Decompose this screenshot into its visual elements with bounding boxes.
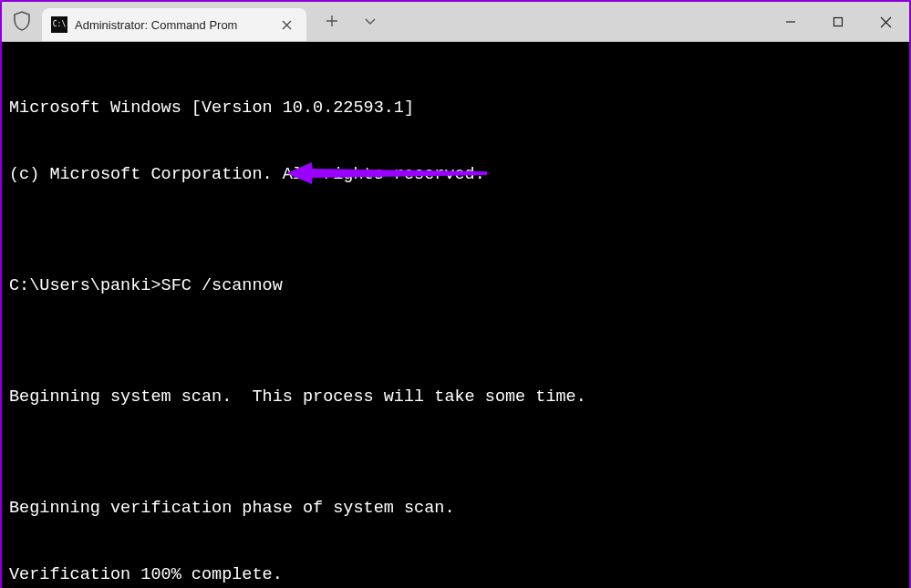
active-tab[interactable]: C:\ Administrator: Command Prom bbox=[42, 8, 306, 41]
app-shield-icon bbox=[2, 1, 42, 41]
window-controls bbox=[767, 2, 909, 42]
terminal-output[interactable]: Microsoft Windows [Version 10.0.22593.1]… bbox=[2, 42, 909, 588]
terminal-line: C:\Users\panki>SFC /scannow bbox=[9, 275, 902, 297]
new-tab-button[interactable] bbox=[321, 10, 343, 32]
tab-strip-controls bbox=[306, 1, 381, 41]
tab-title: Administrator: Command Prom bbox=[75, 18, 237, 32]
close-window-button[interactable] bbox=[862, 2, 909, 42]
maximize-button[interactable] bbox=[814, 2, 862, 42]
titlebar: C:\ Administrator: Command Prom bbox=[2, 2, 909, 42]
cmd-icon: C:\ bbox=[51, 16, 67, 33]
tab-overflow-button[interactable] bbox=[359, 10, 381, 32]
terminal-line: Beginning system scan. This process will… bbox=[9, 387, 902, 408]
terminal-line: Verification 100% complete. bbox=[9, 564, 902, 586]
terminal-line: Beginning verification phase of system s… bbox=[9, 498, 902, 520]
svg-rect-0 bbox=[834, 18, 843, 26]
cmd-icon-glyph: C:\ bbox=[53, 21, 66, 28]
close-tab-button[interactable] bbox=[275, 14, 297, 36]
window: C:\ Administrator: Command Prom bbox=[0, 0, 911, 588]
terminal-line: (c) Microsoft Corporation. All rights re… bbox=[9, 164, 902, 186]
minimize-button[interactable] bbox=[767, 2, 814, 42]
terminal-line: Microsoft Windows [Version 10.0.22593.1] bbox=[9, 98, 902, 119]
